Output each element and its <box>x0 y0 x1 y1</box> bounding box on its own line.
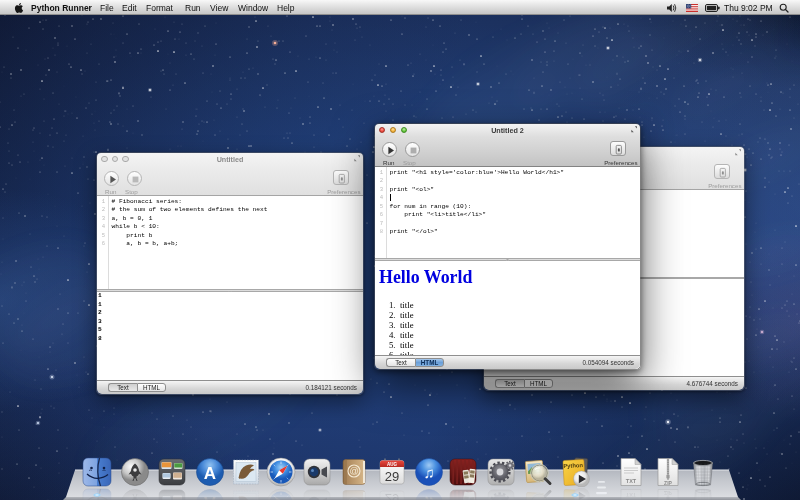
svg-text:A: A <box>204 464 216 483</box>
svg-text:TXT: TXT <box>626 491 637 497</box>
svg-text:TXT: TXT <box>626 478 637 484</box>
svg-text:@: @ <box>349 466 358 476</box>
svg-text:Python: Python <box>563 462 583 469</box>
svg-text:ZIP: ZIP <box>664 480 672 486</box>
svg-text:AUG: AUG <box>387 462 397 467</box>
svg-text:♫: ♫ <box>423 464 434 481</box>
svg-text:ZIP: ZIP <box>664 489 672 495</box>
svg-text:♫: ♫ <box>423 494 434 500</box>
svg-text:A: A <box>204 492 216 500</box>
svg-text:29: 29 <box>384 469 398 484</box>
svg-text:29: 29 <box>384 491 398 500</box>
